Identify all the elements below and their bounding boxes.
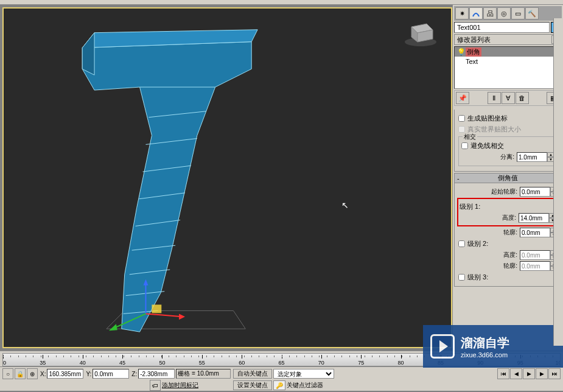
show-result-button[interactable]: Ⅱ xyxy=(488,92,501,104)
avoid-line-label: 避免线相交 xyxy=(470,141,504,150)
key-icon-button[interactable]: 🔑 xyxy=(273,380,285,390)
tick-label: 30 xyxy=(2,360,6,366)
modifier-list-label: 修改器列表 xyxy=(457,35,491,44)
modifier-list-dropdown[interactable]: 修改器列表 ▼ xyxy=(454,34,562,45)
level3-label: 级别 3: xyxy=(467,273,488,282)
z-label: Z: xyxy=(131,371,137,377)
timetag-icon[interactable]: 🏷 xyxy=(150,380,161,391)
svg-line-16 xyxy=(145,313,182,317)
play-button[interactable]: ▶ xyxy=(523,368,535,379)
start-outline-input[interactable] xyxy=(520,187,550,197)
add-timetag-link[interactable]: 添加时间标记 xyxy=(162,381,198,390)
stack-label-bevel: 倒角 xyxy=(466,47,481,57)
svg-marker-17 xyxy=(179,313,185,320)
object-name-input[interactable] xyxy=(454,22,550,33)
pin-stack-button[interactable]: 📌 xyxy=(456,92,469,104)
modifier-stack[interactable]: 💡 倒角 Text xyxy=(454,46,562,89)
separate-label: 分离: xyxy=(500,153,514,161)
stack-toolbar: 📌 Ⅱ ∀ 🗑 ▦ xyxy=(454,90,562,106)
viewport[interactable]: ↖ xyxy=(2,7,452,348)
goto-start-button[interactable]: ⏮ xyxy=(497,368,509,379)
watermark-url: zixue.3d66.com xyxy=(461,351,509,359)
stack-item-text[interactable]: Text xyxy=(455,57,561,66)
y-label: Y: xyxy=(86,371,91,377)
avoid-line-checkbox[interactable] xyxy=(461,142,468,149)
watermark-play-icon xyxy=(430,334,455,359)
hierarchy-tab[interactable]: 品 xyxy=(483,7,497,19)
tick-label: 80 xyxy=(398,360,404,366)
intersect-legend: 相交 xyxy=(463,133,477,141)
l2-outline-input xyxy=(520,261,550,271)
prev-frame-button[interactable]: ◀ xyxy=(510,368,522,379)
bevel-values-header[interactable]: - 倒角值 xyxy=(455,173,561,183)
key-filter-label[interactable]: 关键点过滤器 xyxy=(287,381,323,390)
bevel-values-rollout: - 倒角值 起始轮廓: ▲▼ 级别 1: xyxy=(454,173,562,287)
watermark-title: 溜溜自学 xyxy=(461,335,509,351)
make-unique-button[interactable]: ∀ xyxy=(502,92,515,104)
script-button[interactable]: ○ xyxy=(2,368,13,379)
z-coord-input[interactable] xyxy=(138,369,175,379)
modify-tab[interactable] xyxy=(469,7,483,19)
goto-end-button[interactable]: ⏭ xyxy=(548,368,561,379)
model-seven xyxy=(4,9,451,347)
x-label: X: xyxy=(40,371,46,377)
l1-height-label: 高度: xyxy=(502,214,516,222)
l1-outline-label: 轮廓: xyxy=(503,228,517,237)
next-frame-button[interactable]: ▶ xyxy=(536,368,548,379)
tick-label: 50 xyxy=(159,360,165,366)
gen-mapping-checkbox[interactable] xyxy=(458,115,465,122)
svg-marker-3 xyxy=(82,33,94,75)
motion-tab[interactable]: ◎ xyxy=(497,7,511,19)
setkey-button[interactable]: 设置关键点 xyxy=(233,380,272,390)
tick-label: 75 xyxy=(358,360,364,366)
l1-outline-input[interactable] xyxy=(520,228,550,237)
collapse-icon: - xyxy=(457,175,460,182)
viewcube[interactable] xyxy=(402,18,439,48)
level2-label: 级别 2: xyxy=(467,239,488,248)
stack-label-text: Text xyxy=(466,58,478,65)
remove-modifier-button[interactable]: 🗑 xyxy=(516,92,529,104)
bevel-values-title: 倒角值 xyxy=(498,173,518,183)
create-tab[interactable]: ✷ xyxy=(455,7,469,19)
tick-label: 55 xyxy=(199,360,205,366)
level1-label: 级别 1: xyxy=(460,202,480,211)
separate-input[interactable] xyxy=(517,152,547,162)
autokey-button[interactable]: 自动关键点 xyxy=(233,369,272,379)
grid-display: 栅格 = 10.0mm xyxy=(176,369,231,379)
params-rollout: 生成贴图坐标 真实世界贴图大小 相交 避免线相交 分离: xyxy=(454,110,562,172)
real-world-checkbox xyxy=(458,126,465,133)
level3-checkbox[interactable] xyxy=(458,274,465,281)
svg-marker-1 xyxy=(82,42,251,332)
level2-checkbox[interactable] xyxy=(458,240,465,247)
panel-scrollbar[interactable] xyxy=(553,18,563,346)
status-bar: ○ 🔒 ⊕ X: Y: Z: 栅格 = 10.0mm 🏷 添加时间标记 自动关键… xyxy=(0,366,563,391)
tick-label: 40 xyxy=(80,360,86,366)
x-coord-input[interactable] xyxy=(47,369,83,379)
watermark: 溜溜自学 zixue.3d66.com xyxy=(423,325,563,368)
tick-label: 60 xyxy=(239,360,245,366)
bulb-icon: 💡 xyxy=(457,48,466,56)
stack-item-bevel[interactable]: 💡 倒角 xyxy=(455,47,561,57)
start-outline-label: 起始轮廓: xyxy=(491,187,517,196)
display-tab[interactable]: ▭ xyxy=(511,7,525,19)
level1-highlight: 级别 1: 高度: ▲▼ xyxy=(457,198,559,226)
intersect-fieldset: 相交 避免线相交 分离: ▲▼ xyxy=(458,136,558,166)
command-panel: ✷ 品 ◎ ▭ 🔨 修改器列表 ▼ 💡 倒角 Text 📌 xyxy=(452,5,563,351)
gen-mapping-label: 生成贴图坐标 xyxy=(467,114,508,123)
svg-rect-20 xyxy=(152,305,161,313)
transport-controls: ⏮ ◀ ▶ ▶ ⏭ xyxy=(497,368,561,379)
y-coord-input[interactable] xyxy=(93,369,129,379)
transform-type-button[interactable]: ⊕ xyxy=(27,368,38,379)
key-target-dropdown[interactable]: 选定对象 xyxy=(273,369,334,379)
tick-label: 65 xyxy=(278,360,284,366)
panel-tabs: ✷ 品 ◎ ▭ 🔨 xyxy=(454,6,562,21)
gen-mapping-row: 生成贴图坐标 xyxy=(458,114,558,123)
lock-button[interactable]: 🔒 xyxy=(15,368,26,379)
tick-label: 70 xyxy=(318,360,324,366)
l1-height-input[interactable] xyxy=(519,213,549,223)
tick-label: 35 xyxy=(40,360,46,366)
l2-height-input xyxy=(520,250,550,260)
tick-label: 45 xyxy=(119,360,125,366)
utilities-tab[interactable]: 🔨 xyxy=(525,7,539,19)
